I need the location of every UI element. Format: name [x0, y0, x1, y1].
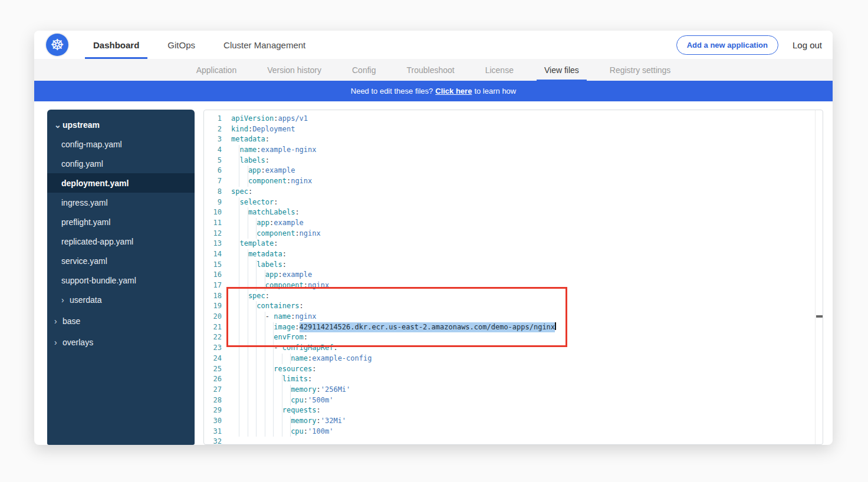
indent-guides [231, 416, 291, 427]
code-line[interactable]: 18spec: [204, 291, 823, 302]
indent-guides [231, 156, 239, 166]
yaml-key: name [239, 145, 257, 156]
yaml-key: kind [231, 124, 248, 135]
code-line[interactable]: 26limits: [204, 374, 823, 385]
indent-guides [231, 354, 291, 364]
file-tree-item-label: upstream [63, 120, 100, 130]
yaml-colon: : [295, 322, 299, 333]
code-line[interactable]: 23- configMapRef: [204, 343, 823, 354]
line-number: 9 [204, 197, 222, 208]
indent-guides [231, 427, 291, 437]
file-tree-item-upstream[interactable]: ⌄upstream [47, 115, 195, 134]
scrollbar-cursor-marker[interactable] [816, 315, 823, 318]
code-line[interactable]: 19containers: [204, 301, 823, 312]
file-tree-item-label: preflight.yaml [61, 217, 110, 227]
code-line[interactable]: 1apiVersion: apps/v1 [204, 114, 823, 124]
tab-config[interactable]: Config [344, 59, 383, 81]
line-number: 23 [204, 343, 222, 354]
click-here-link[interactable]: Click here [435, 87, 472, 95]
yaml-value: example [274, 218, 304, 229]
file-tree-item-support-bundle-yaml[interactable]: support-bundle.yaml [47, 270, 195, 290]
file-tree-item-base[interactable]: ›base [47, 311, 195, 331]
code-line[interactable]: 30memory: '32Mi' [204, 416, 823, 427]
nav-item-gitops[interactable]: GitOps [162, 31, 201, 59]
nav-item-dashboard[interactable]: Dashboard [87, 31, 145, 59]
code-line[interactable]: 16app: example [204, 270, 823, 280]
file-tree-item-label: replicated-app.yaml [61, 237, 133, 246]
yaml-colon: : [269, 218, 274, 229]
yaml-value: '100m' [308, 427, 333, 437]
code-line[interactable]: 14metadata: [204, 249, 823, 260]
editor-scrollbar-track[interactable] [815, 110, 823, 444]
indent-guides [231, 229, 257, 239]
file-tree-item-label: userdata [70, 295, 101, 305]
file-tree-item-overlays[interactable]: ›overlays [47, 332, 195, 352]
code-line[interactable]: 11app: example [204, 218, 823, 229]
selected-image-value: 429114214526.dkr.ecr.us-east-2.amazonaws… [300, 322, 555, 333]
file-tree-item-ingress-yaml[interactable]: ingress.yaml [47, 193, 195, 212]
code-line[interactable]: 2kind: Deployment [204, 124, 823, 135]
indent-guides [231, 176, 248, 187]
code-line[interactable]: 24name: example-config [204, 354, 823, 364]
code-line[interactable]: 8spec: [204, 187, 823, 197]
code-line[interactable]: 5labels: [204, 156, 823, 166]
yaml-key: image [274, 322, 295, 333]
indent-guides [231, 280, 265, 291]
tab-troubleshoot[interactable]: Troubleshoot [399, 59, 462, 81]
yaml-key: component [257, 229, 295, 239]
code-line[interactable]: 3metadata: [204, 134, 823, 145]
code-line[interactable]: 10matchLabels: [204, 207, 823, 218]
file-tree-item-config-map-yaml[interactable]: config-map.yaml [47, 134, 195, 154]
code-line[interactable]: 22envFrom: [204, 332, 823, 343]
yaml-colon: : [308, 354, 312, 364]
nav-item-cluster-management[interactable]: Cluster Management [218, 31, 311, 59]
code-line[interactable]: 6app: example [204, 166, 823, 176]
code-line[interactable]: 9selector: [204, 197, 823, 208]
yaml-key: requests [282, 405, 317, 416]
yaml-colon: : [257, 145, 261, 156]
yaml-key: configMapRef [282, 343, 334, 354]
line-number: 2 [204, 124, 222, 135]
indent-guides [231, 145, 239, 156]
yaml-editor[interactable]: 1apiVersion: apps/v12kind: Deployment3me… [203, 110, 823, 445]
line-number: 6 [204, 166, 222, 176]
line-number: 13 [204, 239, 222, 249]
code-line[interactable]: 29requests: [204, 405, 823, 416]
yaml-key: name [291, 354, 308, 364]
yaml-key: spec [231, 187, 248, 197]
add-new-application-button[interactable]: Add a new application [676, 35, 778, 55]
code-line[interactable]: 15labels: [204, 260, 823, 270]
file-tree-item-service-yaml[interactable]: service.yaml [47, 251, 195, 270]
line-number: 19 [204, 301, 222, 312]
code-line[interactable]: 28cpu: '500m' [204, 395, 823, 406]
tab-application[interactable]: Application [189, 59, 245, 81]
tab-registry-settings[interactable]: Registry settings [602, 59, 678, 81]
banner-text-after: to learn how [474, 87, 516, 95]
yaml-colon: : [300, 301, 304, 312]
file-tree-item-replicated-app-yaml[interactable]: replicated-app.yaml [47, 232, 195, 251]
code-line[interactable]: 25resources: [204, 364, 823, 375]
file-tree-item-config-yaml[interactable]: config.yaml [47, 154, 195, 173]
code-line[interactable]: 21image: 429114214526.dkr.ecr.us-east-2.… [204, 322, 823, 333]
file-tree-item-preflight-yaml[interactable]: preflight.yaml [47, 212, 195, 232]
code-line[interactable]: 7component: nginx [204, 176, 823, 187]
yaml-key: component [248, 176, 287, 187]
primary-nav: DashboardGitOpsCluster Management [79, 31, 320, 59]
tab-version-history[interactable]: Version history [259, 59, 329, 81]
yaml-key: cpu [291, 395, 304, 406]
tab-license[interactable]: License [478, 59, 521, 81]
code-line[interactable]: 20- name: nginx [204, 312, 823, 322]
code-line[interactable]: 27memory: '256Mi' [204, 385, 823, 395]
tab-view-files[interactable]: View files [537, 59, 587, 81]
code-line[interactable]: 12component: nginx [204, 229, 823, 239]
log-out-link[interactable]: Log out [793, 40, 822, 50]
yaml-key: component [265, 280, 304, 291]
code-line[interactable]: 31cpu: '100m' [204, 427, 823, 437]
code-line[interactable]: 17component: nginx [204, 280, 823, 291]
code-line[interactable]: 4name: example-nginx [204, 145, 823, 156]
file-tree-item-userdata[interactable]: ›userdata [47, 290, 195, 309]
file-tree-item-deployment-yaml[interactable]: deployment.yaml [47, 173, 195, 193]
code-line[interactable]: 13template: [204, 239, 823, 249]
code-line[interactable]: 32 [204, 437, 823, 445]
yaml-colon: : [316, 405, 320, 416]
